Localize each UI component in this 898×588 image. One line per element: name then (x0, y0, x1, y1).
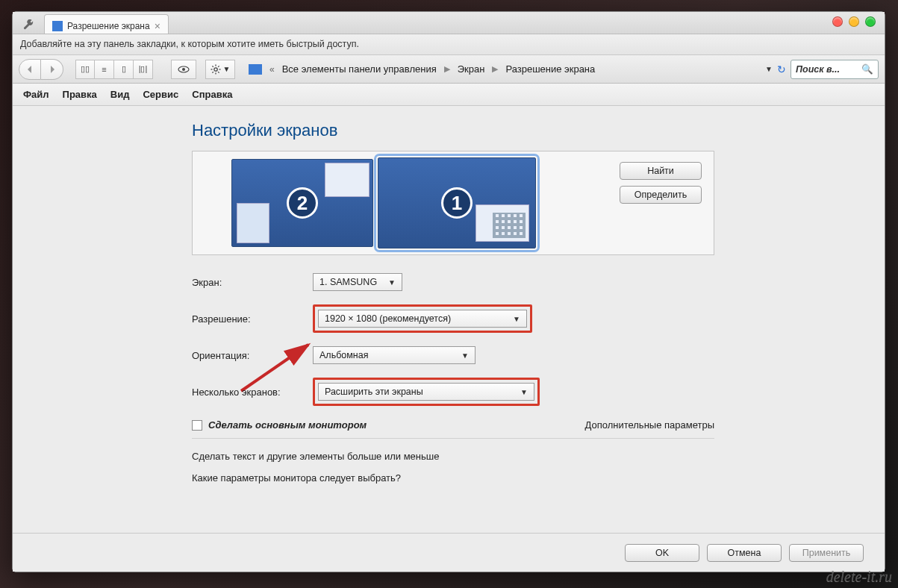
arrow-right-icon (48, 65, 57, 74)
mini-window-icon (325, 163, 370, 197)
chevron-down-icon: ▼ (520, 388, 528, 396)
browser-window: Разрешение экрана × Добавляйте на эту па… (12, 11, 885, 572)
chevron-down-icon: ▼ (388, 278, 396, 287)
chevron-right-icon: ▶ (444, 64, 450, 74)
forward-button[interactable] (41, 59, 63, 80)
maximize-window-button[interactable] (865, 16, 876, 27)
highlight-annotation: Расширить эти экраны ▼ (313, 378, 540, 406)
screen-value: 1. SAMSUNG (319, 277, 377, 287)
tab-strip: Разрешение экрана × (13, 12, 885, 34)
mini-window-icon (237, 203, 269, 243)
label-orientation: Ориентация: (192, 350, 302, 361)
toolbar: ▯▯ ≡ ▯ |▯| ▼ « Все элементы панели управ… (13, 55, 885, 84)
label-screen: Экран: (192, 277, 302, 288)
advanced-settings-link[interactable]: Дополнительные параметры (584, 419, 714, 431)
identify-button[interactable]: Определить (620, 186, 702, 204)
row-screen: Экран: 1. SAMSUNG ▼ (192, 273, 714, 291)
svg-line-7 (212, 66, 213, 66)
location-icon (249, 64, 262, 75)
view-btn-2[interactable]: ≡ (95, 60, 114, 79)
chevron-down-icon: ▼ (461, 351, 469, 360)
chevron-down-icon: ▼ (513, 315, 520, 323)
svg-point-1 (182, 68, 185, 71)
wrench-menu-button[interactable] (19, 17, 40, 34)
breadcrumb-item[interactable]: Разрешение экрана (505, 63, 595, 75)
arrow-left-icon (25, 65, 34, 74)
settings-buttons-group: ▼ (205, 60, 235, 79)
menu-service[interactable]: Сервис (143, 89, 178, 100)
label-resolution: Разрешение: (192, 313, 302, 325)
history-dropdown[interactable]: ▼ (765, 65, 773, 73)
orientation-select[interactable]: Альбомная ▼ (313, 346, 475, 364)
refresh-button[interactable]: ↻ (777, 63, 786, 75)
ok-button[interactable]: OK (625, 544, 699, 562)
preview-button[interactable] (171, 60, 196, 79)
find-button[interactable]: Найти (620, 162, 702, 180)
view-btn-1[interactable]: ▯▯ (75, 60, 95, 79)
tab-close-button[interactable]: × (155, 21, 160, 31)
link-text-size[interactable]: Сделать текст и другие элементы больше и… (192, 451, 714, 462)
chevron-down-icon: ▼ (223, 65, 231, 73)
monitor-1[interactable]: 1 (378, 157, 536, 248)
row-resolution: Разрешение: 1920 × 1080 (рекомендуется) … (192, 304, 714, 333)
breadcrumb-item[interactable]: Экран (458, 63, 485, 75)
make-primary-checkbox[interactable] (192, 420, 202, 431)
content-area: Настройки экранов 2 1 Найти Определить Э… (13, 106, 885, 572)
monitor-icon (52, 21, 63, 31)
watermark: delete-it.ru (826, 568, 892, 585)
link-which-settings[interactable]: Какие параметры монитора следует выбрать… (192, 472, 714, 484)
bookmarks-bar-hint: Добавляйте на эту панель закладки, к кот… (13, 34, 885, 55)
highlight-annotation: 1920 × 1080 (рекомендуется) ▼ (313, 304, 532, 333)
gear-icon (211, 64, 221, 75)
view-buttons-group: ▯▯ ≡ ▯ |▯| (75, 60, 153, 79)
window-controls (832, 16, 876, 27)
divider (192, 438, 714, 439)
row-orientation: Ориентация: Альбомная ▼ (192, 346, 714, 364)
svg-point-2 (213, 67, 216, 70)
svg-line-9 (212, 72, 213, 72)
chevron-right-icon: ▶ (492, 64, 498, 74)
search-icon: 🔍 (861, 63, 873, 75)
display-side-buttons: Найти Определить (620, 162, 702, 204)
resolution-value: 1920 × 1080 (рекомендуется) (325, 313, 451, 324)
view-btn-3[interactable]: ▯ (114, 60, 134, 79)
multiple-displays-select[interactable]: Расширить эти экраны ▼ (318, 383, 534, 401)
menu-edit[interactable]: Правка (63, 89, 97, 100)
search-input[interactable]: Поиск в... 🔍 (791, 60, 879, 79)
multiple-value: Расширить эти экраны (325, 387, 423, 397)
close-window-button[interactable] (832, 16, 843, 27)
dialog-footer: OK Отмена Применить (13, 533, 885, 572)
menu-help[interactable]: Справка (192, 89, 232, 100)
svg-line-10 (218, 66, 219, 66)
settings-form: Экран: 1. SAMSUNG ▼ Разрешение: 1920 × 1… (192, 273, 714, 484)
monitor-number: 1 (441, 187, 473, 219)
svg-line-8 (218, 72, 219, 72)
page-title: Настройки экранов (192, 121, 867, 140)
toolbar-right: ▼ ↻ Поиск в... 🔍 (765, 60, 879, 79)
browser-tab[interactable]: Разрешение экрана × (44, 14, 169, 34)
breadcrumb: Все элементы панели управления ▶ Экран ▶… (282, 63, 761, 75)
label-multiple: Несколько экранов: (192, 387, 302, 398)
breadcrumb-overflow[interactable]: « (269, 64, 275, 75)
menu-file[interactable]: Файл (23, 89, 49, 100)
apply-button[interactable]: Применить (789, 544, 864, 562)
view-btn-4[interactable]: |▯| (134, 60, 153, 79)
screen-select[interactable]: 1. SAMSUNG ▼ (313, 273, 402, 291)
search-placeholder: Поиск в... (796, 64, 840, 75)
menu-bar: Файл Правка Вид Сервис Справка (13, 84, 885, 106)
wrench-icon (23, 19, 35, 31)
cancel-button[interactable]: Отмена (707, 544, 782, 562)
tab-title: Разрешение экрана (67, 21, 150, 31)
display-arrangement-box: 2 1 Найти Определить (192, 151, 714, 255)
eye-icon (178, 66, 190, 73)
resolution-select[interactable]: 1920 × 1080 (рекомендуется) ▼ (318, 310, 527, 328)
menu-view[interactable]: Вид (110, 89, 130, 100)
minimize-window-button[interactable] (849, 16, 859, 27)
row-make-primary: Сделать основным монитором Дополнительны… (192, 419, 714, 431)
settings-button[interactable]: ▼ (205, 60, 235, 79)
monitor-2[interactable]: 2 (231, 159, 373, 247)
nav-arrows (19, 59, 63, 80)
action-buttons-group (171, 60, 196, 79)
back-button[interactable] (19, 59, 41, 80)
breadcrumb-item[interactable]: Все элементы панели управления (282, 63, 437, 75)
